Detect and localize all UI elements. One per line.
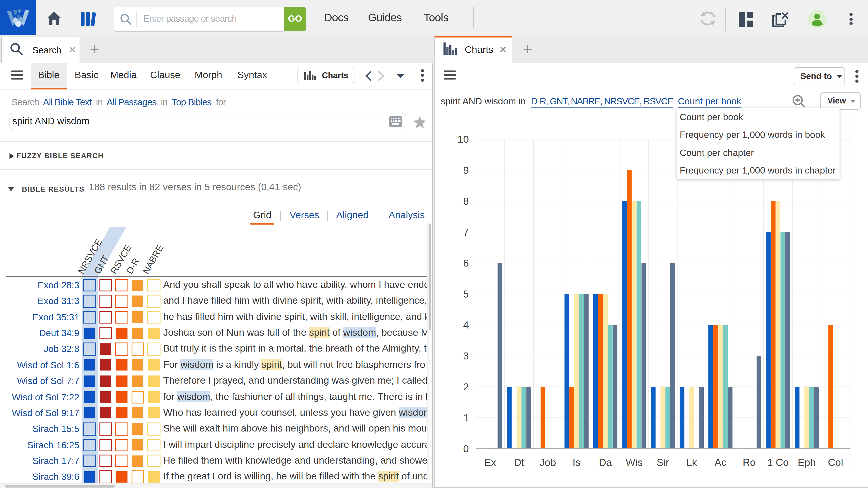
svg-text:10: 10 [458, 133, 469, 145]
svg-text:Eph: Eph [798, 457, 816, 468]
svg-text:5: 5 [463, 288, 469, 300]
svg-text:Lk: Lk [686, 457, 698, 468]
svg-text:Is: Is [573, 457, 581, 468]
svg-text:Sir: Sir [657, 457, 669, 468]
svg-text:Ac: Ac [715, 457, 727, 468]
svg-text:1: 1 [463, 412, 469, 424]
svg-text:1 Co: 1 Co [767, 457, 789, 468]
svg-text:0: 0 [463, 443, 469, 455]
svg-text:4: 4 [463, 319, 469, 331]
svg-text:Dt: Dt [514, 457, 524, 468]
svg-text:Wis: Wis [626, 457, 643, 468]
svg-text:8: 8 [463, 195, 469, 207]
svg-text:Da: Da [599, 457, 612, 468]
svg-text:Ex: Ex [485, 457, 496, 468]
svg-text:6: 6 [463, 257, 469, 269]
svg-text:7: 7 [463, 226, 469, 238]
svg-text:3: 3 [463, 350, 469, 362]
svg-text:9: 9 [463, 164, 469, 176]
svg-text:Job: Job [540, 457, 556, 468]
svg-text:Col: Col [828, 457, 843, 468]
svg-text:Ro: Ro [743, 457, 756, 468]
svg-text:2: 2 [463, 381, 469, 393]
